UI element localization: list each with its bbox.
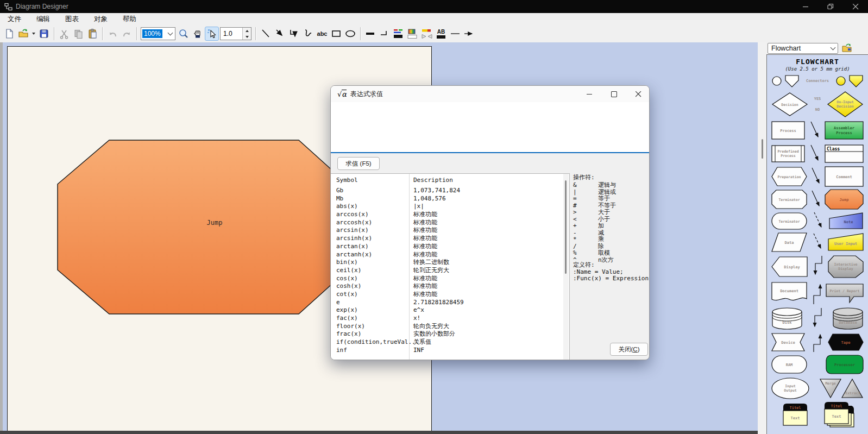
line-color-button[interactable]: [392, 27, 406, 41]
table-row[interactable]: abs(x)|x|: [331, 203, 569, 211]
evaluate-button[interactable]: 求值 (F5): [337, 157, 380, 170]
line-ends-button[interactable]: [420, 27, 434, 41]
main-vertical-scrollbar[interactable]: [758, 42, 766, 434]
menu-file[interactable]: 文件: [0, 14, 29, 25]
terminator-shape[interactable]: Terminator: [771, 190, 807, 209]
corner-line-style-button[interactable]: [378, 27, 392, 41]
zoom-combobox[interactable]: 100%: [141, 27, 175, 40]
table-row[interactable]: arctanh(x)标准功能: [331, 251, 569, 259]
table-row[interactable]: bin(x)转换二进制数: [331, 259, 569, 267]
class-shape[interactable]: Class: [825, 144, 864, 163]
table-row[interactable]: cos(x)标准功能: [331, 275, 569, 283]
merge-extract-shapes[interactable]: Merge Extract: [819, 377, 864, 400]
thick-line-style-button[interactable]: [363, 27, 378, 41]
title-card-stack-shape[interactable]: Titel Text: [824, 401, 857, 429]
window-close-button[interactable]: [843, 0, 868, 13]
scrollbar-thumb[interactable]: [762, 139, 763, 159]
decision-shape[interactable]: Decision: [771, 92, 808, 117]
zoom-tool-button[interactable]: [177, 27, 191, 41]
expression-input[interactable]: [331, 102, 649, 153]
window-restore-button[interactable]: [818, 0, 843, 13]
document-shape[interactable]: Document: [771, 282, 807, 305]
table-row[interactable]: Gb1,073,741,824: [331, 187, 569, 195]
table-row[interactable]: arcsin(x)标准功能: [331, 227, 569, 235]
table-row[interactable]: if(condition,trueVal...关系值: [331, 338, 569, 347]
table-row[interactable]: exp(x)e^x: [331, 306, 569, 315]
template-select[interactable]: Flowchart: [768, 43, 838, 54]
ram-shape[interactable]: RAM: [771, 355, 807, 374]
window-minimize-button[interactable]: [793, 0, 818, 13]
open-dropdown-arrow[interactable]: [32, 33, 35, 35]
interactive-display-shape[interactable]: Interactive Display: [828, 255, 864, 278]
comment-shape[interactable]: Comment: [825, 166, 864, 187]
user-input-shape[interactable]: User Input: [828, 233, 864, 251]
table-row[interactable]: frac(x)实数的小数部分: [331, 330, 569, 338]
text-style-button[interactable]: AB: [434, 27, 448, 41]
table-row[interactable]: arcsinh(x)标准功能: [331, 235, 569, 243]
display-shape[interactable]: Display: [771, 256, 808, 277]
menu-diagram[interactable]: 图表: [58, 14, 86, 25]
template-folder-button[interactable]: [841, 43, 853, 54]
process-shape[interactable]: Process: [771, 121, 805, 140]
pan-hand-button[interactable]: [191, 27, 205, 41]
terminator-rounded-shape[interactable]: Terminator: [771, 212, 807, 230]
cut-button[interactable]: [57, 27, 71, 41]
table-row[interactable]: Mb1,048,576: [331, 195, 569, 203]
rectangle-tool-button[interactable]: [329, 27, 343, 41]
table-row[interactable]: cosh(x)标准功能: [331, 282, 569, 291]
arrow-line-tool-button[interactable]: [273, 27, 287, 41]
table-row[interactable]: cot(x)标准功能: [331, 291, 569, 299]
table-row[interactable]: fac(x)x!: [331, 315, 569, 323]
table-row[interactable]: floor(x)轮向负无穷大: [331, 323, 569, 331]
spinner-up-button[interactable]: [243, 28, 251, 34]
title-card-shape[interactable]: Titel Text: [783, 403, 809, 427]
menu-edit[interactable]: 编辑: [29, 14, 58, 25]
menu-help[interactable]: 帮助: [115, 14, 144, 25]
spinner-down-button[interactable]: [243, 34, 251, 40]
device-shape[interactable]: Device: [771, 333, 805, 351]
table-row[interactable]: arccos(x)标准功能: [331, 211, 569, 219]
close-button[interactable]: 关闭(C): [610, 343, 648, 356]
preparation-shape[interactable]: Preparation: [771, 167, 807, 186]
processor-shape[interactable]: Processor: [826, 355, 864, 374]
save-button[interactable]: [37, 27, 51, 41]
connector-arrow-button[interactable]: [462, 27, 476, 41]
connector-shapes-white[interactable]: [771, 74, 800, 88]
predefined-process-shape[interactable]: Predefined Process: [771, 145, 805, 162]
paste-button[interactable]: [85, 27, 99, 41]
on-input-decision-shape[interactable]: On-Input Decision: [827, 91, 864, 118]
curve-tool-button[interactable]: [301, 27, 315, 41]
disk-shape[interactable]: Disk: [771, 307, 803, 331]
undo-button[interactable]: [105, 27, 119, 41]
data-shape[interactable]: Data: [771, 232, 807, 252]
line-width-spinner[interactable]: 1.0: [220, 27, 251, 40]
table-row[interactable]: arctan(x)标准功能: [331, 243, 569, 251]
new-file-button[interactable]: [2, 27, 16, 41]
ellipse-tool-button[interactable]: [343, 27, 357, 41]
polyline-tool-button[interactable]: [287, 27, 301, 41]
symbol-table[interactable]: Symbol Description Gb1,073,741,824 Mb1,0…: [331, 173, 570, 360]
line-tool-button[interactable]: [259, 27, 273, 41]
open-file-button[interactable]: [16, 27, 30, 41]
input-output-shape[interactable]: Input Output: [771, 378, 809, 399]
jump-palette-shape[interactable]: Jump: [825, 189, 864, 210]
table-row[interactable]: infINF: [331, 347, 569, 355]
text-tool-button[interactable]: abc: [315, 27, 329, 41]
jump-shape[interactable]: [57, 140, 337, 315]
table-scrollbar-thumb[interactable]: [565, 180, 567, 274]
tape-shape[interactable]: Tape: [828, 334, 864, 351]
assembler-process-shape[interactable]: Assembler Process: [825, 121, 864, 140]
dialog-minimize-button[interactable]: [581, 87, 598, 100]
table-row[interactable]: arccosh(x)标准功能: [331, 219, 569, 227]
connector-line-button[interactable]: [448, 27, 462, 41]
select-pointer-button[interactable]: [205, 27, 219, 41]
table-row[interactable]: ceil(x)轮到正无穷大: [331, 267, 569, 275]
table-row[interactable]: e2.718281828459: [331, 299, 569, 307]
redo-button[interactable]: [119, 27, 134, 41]
copy-button[interactable]: [71, 27, 85, 41]
connector-shapes-yellow[interactable]: [835, 74, 864, 88]
dialog-close-button[interactable]: [630, 87, 647, 100]
database-shape[interactable]: Database: [832, 307, 864, 331]
menu-object[interactable]: 对象: [86, 14, 115, 25]
print-report-shape[interactable]: Print / Report: [826, 282, 864, 304]
